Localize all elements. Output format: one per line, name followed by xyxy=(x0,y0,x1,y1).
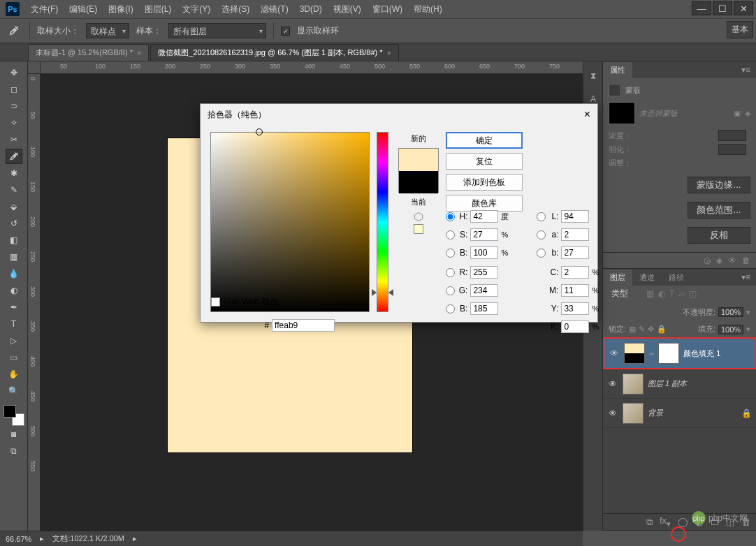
a-input[interactable] xyxy=(561,228,589,241)
shape-tool[interactable]: ▭ xyxy=(6,350,22,365)
menu-window[interactable]: 窗口(W) xyxy=(367,1,408,18)
l-input[interactable] xyxy=(561,210,589,223)
screenmode-tool[interactable]: ⧉ xyxy=(6,443,22,459)
layers-tab[interactable]: 图层 xyxy=(603,270,632,286)
menu-type[interactable]: 文字(Y) xyxy=(177,1,216,18)
layer-thumbnail[interactable] xyxy=(624,343,645,364)
history-panel-icon[interactable]: ⧗ xyxy=(583,66,603,85)
mask-icon[interactable]: ◯ xyxy=(678,517,688,527)
ok-button[interactable]: 确定 xyxy=(446,132,523,149)
menu-filter[interactable]: 滤镜(T) xyxy=(255,1,293,18)
m-input[interactable] xyxy=(561,284,589,297)
lasso-tool[interactable]: ⊃ xyxy=(6,98,22,114)
h-input[interactable] xyxy=(470,210,498,223)
workspace-button[interactable]: 基本 xyxy=(727,21,753,38)
layer-thumbnail[interactable] xyxy=(623,403,644,424)
density-value[interactable] xyxy=(718,130,746,141)
menu-select[interactable]: 选择(S) xyxy=(216,1,255,18)
websafe-swatch[interactable] xyxy=(414,224,423,234)
filter-adjust-icon[interactable]: ◐ xyxy=(658,289,665,299)
rgb-b-input[interactable] xyxy=(470,302,498,315)
pixel-mask-icon[interactable]: ▣ xyxy=(734,109,741,118)
pen-tool[interactable]: ✒ xyxy=(6,300,22,315)
tab-close-icon[interactable]: × xyxy=(387,49,391,57)
feather-value[interactable] xyxy=(718,144,746,155)
layer-name[interactable]: 背景 xyxy=(648,408,663,418)
menu-file[interactable]: 文件(F) xyxy=(25,1,64,18)
channels-tab[interactable]: 通道 xyxy=(632,270,662,286)
panel-menu-icon[interactable]: ▾≡ xyxy=(736,65,756,75)
s-radio[interactable] xyxy=(446,230,455,239)
lab-b-input[interactable] xyxy=(561,246,589,259)
eyedropper-tool[interactable] xyxy=(6,149,22,164)
move-tool[interactable]: ✥ xyxy=(6,65,22,80)
vector-mask-icon[interactable]: ◈ xyxy=(745,109,750,118)
status-menu-icon[interactable]: ▸ xyxy=(133,534,137,543)
load-selection-icon[interactable]: ◶ xyxy=(704,256,711,265)
lock-paint-icon[interactable]: ✎ xyxy=(639,325,645,334)
invert-button[interactable]: 反相 xyxy=(688,227,750,244)
menu-help[interactable]: 帮助(H) xyxy=(408,1,448,18)
l-radio[interactable] xyxy=(537,212,546,221)
fx-icon[interactable]: fx▾ xyxy=(660,515,671,529)
g-input[interactable] xyxy=(470,284,498,297)
crop-tool[interactable]: ✂ xyxy=(6,132,22,147)
layer-filter-dropdown[interactable]: 类型 xyxy=(609,287,642,300)
properties-tab[interactable]: 属性 xyxy=(603,62,632,78)
quickmask-tool[interactable]: ◙ xyxy=(6,427,22,442)
b-radio[interactable] xyxy=(446,249,455,258)
layer-row[interactable]: 👁 背景 🔒 xyxy=(603,399,756,428)
paths-tab[interactable]: 路径 xyxy=(662,270,691,286)
color-range-button[interactable]: 颜色范围... xyxy=(688,202,750,219)
visibility-icon[interactable]: 👁 xyxy=(607,379,618,389)
brush-tool[interactable]: ✎ xyxy=(6,182,22,198)
eraser-tool[interactable]: ◧ xyxy=(6,233,22,248)
show-ring-checkbox[interactable]: ✓ xyxy=(281,27,290,36)
type-tool[interactable]: T xyxy=(6,316,22,332)
document-tab-2[interactable]: 微信截图_20210826162319.jpg @ 66.7% (图层 1 副本… xyxy=(150,44,399,61)
web-only-checkbox[interactable] xyxy=(211,297,220,307)
filter-pixel-icon[interactable]: ▦ xyxy=(646,289,654,299)
link-layers-icon[interactable]: ⧉ xyxy=(646,517,653,528)
lock-pos-icon[interactable]: ✥ xyxy=(648,325,654,334)
dodge-tool[interactable]: ◐ xyxy=(6,283,22,298)
reset-button[interactable]: 复位 xyxy=(446,153,523,170)
layer-row[interactable]: 👁 ∞ 颜色填充 1 xyxy=(603,337,756,369)
color-swatches[interactable] xyxy=(3,405,24,426)
sample-layers-dropdown[interactable]: 所有图层 xyxy=(168,23,266,38)
lock-all-icon[interactable]: 🔒 xyxy=(657,325,667,334)
close-button[interactable]: ✕ xyxy=(734,1,753,15)
gamut-warning-icon[interactable] xyxy=(414,212,423,221)
s-input[interactable] xyxy=(470,228,498,241)
path-tool[interactable]: ▷ xyxy=(6,333,22,348)
fill-value[interactable]: 100% xyxy=(718,325,743,334)
mask-edge-button[interactable]: 蒙版边缘... xyxy=(688,177,750,193)
layer-name[interactable]: 颜色填充 1 xyxy=(683,348,720,359)
lock-trans-icon[interactable]: ▦ xyxy=(629,325,636,334)
history-brush-tool[interactable]: ↺ xyxy=(6,216,22,231)
g-radio[interactable] xyxy=(446,286,455,295)
sample-size-dropdown[interactable]: 取样点 xyxy=(86,23,129,38)
color-marker[interactable] xyxy=(256,128,263,135)
hex-input[interactable] xyxy=(272,319,335,332)
maximize-button[interactable]: ☐ xyxy=(713,1,732,15)
status-expand-icon[interactable]: ▸ xyxy=(40,534,44,543)
menu-edit[interactable]: 编辑(E) xyxy=(64,1,103,18)
y-input[interactable] xyxy=(561,302,589,315)
gradient-tool[interactable]: ▦ xyxy=(6,249,22,265)
zoom-tool[interactable]: 🔍 xyxy=(6,383,22,399)
dialog-close-icon[interactable]: × xyxy=(584,108,590,121)
saturation-field[interactable] xyxy=(210,132,370,312)
zoom-level[interactable]: 66.67% xyxy=(6,535,31,543)
layer-row[interactable]: 👁 图层 1 副本 xyxy=(603,369,756,399)
web-only-row[interactable]: 只有 Web 颜色 xyxy=(211,296,278,308)
hand-tool[interactable]: ✋ xyxy=(6,367,22,382)
menu-image[interactable]: 图像(I) xyxy=(103,1,138,18)
panel-menu-icon[interactable]: ▾≡ xyxy=(736,272,756,282)
hue-slider[interactable] xyxy=(377,132,389,312)
foreground-color-swatch[interactable] xyxy=(3,405,16,418)
wand-tool[interactable]: ✧ xyxy=(6,115,22,131)
tab-close-icon[interactable]: × xyxy=(137,49,141,57)
b-input[interactable] xyxy=(470,246,498,259)
c-input[interactable] xyxy=(561,266,589,279)
